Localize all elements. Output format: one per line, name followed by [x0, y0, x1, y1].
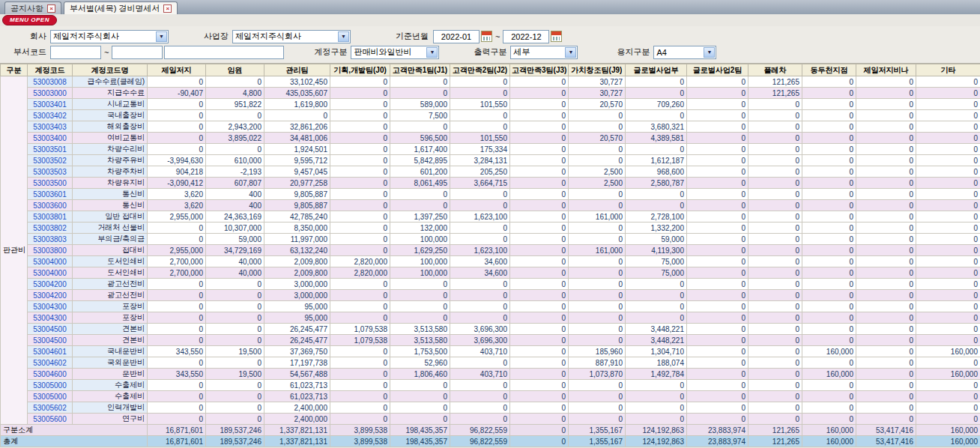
dept-to-input[interactable]: [112, 46, 163, 59]
account-code-link[interactable]: 53004200: [28, 290, 73, 301]
column-header[interactable]: 제일저지: [148, 64, 206, 76]
table-row[interactable]: 53004000도서인쇄비2,700,00040,0002,009,8002,8…: [1, 256, 980, 267]
amount-cell: 34,600: [450, 267, 510, 279]
account-code-link[interactable]: 53005000: [28, 380, 73, 391]
table-row[interactable]: 53003000지급수수료-90,4074,800435,035,6070000…: [1, 88, 980, 99]
table-row[interactable]: 53004601국내운반비343,55019,50037,369,75001,7…: [1, 346, 980, 357]
account-code-link[interactable]: 53004300: [28, 312, 73, 324]
table-row[interactable]: 53003400여비교통비03,895,02234,481,0060596,50…: [1, 133, 980, 144]
account-code-link[interactable]: 53003500: [28, 178, 73, 189]
account-code-link[interactable]: 53005602: [28, 402, 73, 414]
table-row[interactable]: 53003802거래처 선물비010,307,0008,350,0000132,…: [1, 223, 980, 234]
table-row[interactable]: 53003403해외출장비02,943,20032,861,206000003,…: [1, 121, 980, 133]
table-row[interactable]: 53005000수출제비0061,023,71300000000000: [1, 380, 980, 391]
table-row[interactable]: 53004300포장비0095,00000000000000: [1, 312, 980, 324]
dept-name-display[interactable]: [164, 46, 284, 59]
column-header[interactable]: 가치창조팀(J9): [569, 64, 626, 76]
table-row[interactable]: 53004500견본비0026,245,4771,079,5383,513,58…: [1, 324, 980, 335]
table-row[interactable]: 53003501차량수리비001,924,50101,617,400175,33…: [1, 144, 980, 155]
company-select[interactable]: 제일저지주식회사 ▼: [50, 30, 169, 43]
column-header[interactable]: 고객만족2팀(J2): [450, 64, 510, 76]
tab-close-icon[interactable]: ×: [163, 4, 172, 13]
account-code-link[interactable]: 53003800: [28, 245, 73, 256]
account-code-link[interactable]: 53004000: [28, 267, 73, 279]
amount-cell: 33,102,450: [264, 76, 330, 88]
table-row[interactable]: 53003402국내출장비00007,500000000000: [1, 110, 980, 121]
table-row[interactable]: 53005000수출제비0061,023,71300000000000: [1, 391, 980, 402]
tab-notice[interactable]: 공지사항 ×: [4, 1, 61, 14]
table-row[interactable]: 판관비53003008급수수료(클레임)0033,102,450000030,7…: [1, 76, 980, 88]
table-row[interactable]: 53003803부의금/축의금059,00011,997,0000100,000…: [1, 234, 980, 245]
account-code-link[interactable]: 53004600: [28, 369, 73, 380]
table-row[interactable]: 53005600연구비002,400,00000000000000: [1, 414, 980, 425]
paper-type-select[interactable]: A4 ▼: [653, 46, 716, 59]
table-row[interactable]: 53003601통신비3,6204009,805,88700000000000: [1, 189, 980, 200]
site-select[interactable]: 제일저지주식회사 ▼: [232, 30, 351, 43]
table-row[interactable]: 53004500견본비0026,245,4771,079,5383,513,58…: [1, 335, 980, 346]
table-row[interactable]: 53004600운반비343,55019,50054,567,48801,806…: [1, 369, 980, 380]
account-code-link[interactable]: 53004601: [28, 346, 73, 357]
account-code-link[interactable]: 53003008: [28, 76, 73, 88]
calendar-icon[interactable]: [481, 31, 492, 42]
column-header[interactable]: 임원: [206, 64, 264, 76]
column-header[interactable]: 계정코드: [28, 64, 73, 76]
column-header[interactable]: 글로벌사업부: [626, 64, 687, 76]
dept-from-input[interactable]: [50, 46, 101, 59]
tab-expense-report[interactable]: 부서별(세목) 경비명세서 ×: [64, 1, 178, 14]
column-header[interactable]: 고객만족3팀(J3): [510, 64, 569, 76]
column-header[interactable]: 구분: [1, 64, 28, 76]
table-row[interactable]: 53004000도서인쇄비2,700,00040,0002,009,8002,8…: [1, 267, 980, 279]
account-code-link[interactable]: 53005600: [28, 414, 73, 425]
table-row[interactable]: 53003801일반 접대비2,955,00024,363,16942,785,…: [1, 211, 980, 223]
account-type-select[interactable]: 판매비와일반비 ▼: [351, 46, 439, 59]
column-header[interactable]: 계정코드명: [73, 64, 148, 76]
period-from-input[interactable]: [433, 30, 480, 43]
table-row[interactable]: 53003503차량주차비904,218-2,1939,457,0450601,…: [1, 166, 980, 178]
column-header[interactable]: 글로벌사업2팀: [687, 64, 748, 76]
column-header[interactable]: 고객만족1팀(J1): [390, 64, 450, 76]
account-code-link[interactable]: 53003502: [28, 155, 73, 166]
account-code-link[interactable]: 53004200: [28, 279, 73, 290]
table-row[interactable]: 53003800접대비2,955,00034,729,16963,132,240…: [1, 245, 980, 256]
account-code-link[interactable]: 53004602: [28, 357, 73, 369]
calendar-icon[interactable]: [551, 31, 562, 42]
account-code-link[interactable]: 53003000: [28, 88, 73, 99]
account-code-link[interactable]: 53003503: [28, 166, 73, 178]
column-header[interactable]: 기타: [916, 64, 980, 76]
period-to-input[interactable]: [503, 30, 549, 43]
table-row[interactable]: 53004200광고선전비003,000,00000000000000: [1, 279, 980, 290]
account-code-link[interactable]: 53003601: [28, 189, 73, 200]
account-code-link[interactable]: 53004300: [28, 301, 73, 312]
account-code-link[interactable]: 53003402: [28, 110, 73, 121]
amount-cell: 0: [330, 223, 390, 234]
account-code-link[interactable]: 53003401: [28, 99, 73, 110]
account-code-link[interactable]: 53004500: [28, 324, 73, 335]
account-code-link[interactable]: 53004000: [28, 256, 73, 267]
table-row[interactable]: 53003401시내교통비0951,8221,619,8000589,00010…: [1, 99, 980, 110]
menu-open-button[interactable]: MENU OPEN: [2, 15, 57, 25]
table-row[interactable]: 53003502차량주유비-3,994,630610,0009,595,7120…: [1, 155, 980, 166]
output-type-select[interactable]: 세부 ▼: [510, 46, 578, 59]
account-code-link[interactable]: 53003801: [28, 211, 73, 223]
table-row[interactable]: 53003500차량유지비-3,090,412607,80720,977,258…: [1, 178, 980, 189]
table-row[interactable]: 53005602인력개발비002,400,00000000000000: [1, 402, 980, 414]
column-header[interactable]: 기획,개발팀(J0): [330, 64, 390, 76]
table-row[interactable]: 53004200광고선전비003,000,00000000000000: [1, 290, 980, 301]
account-code-link[interactable]: 53004500: [28, 335, 73, 346]
column-header[interactable]: 동두천지점: [802, 64, 856, 76]
column-header[interactable]: 제일저지비나: [856, 64, 916, 76]
tab-close-icon[interactable]: ×: [47, 4, 55, 13]
table-row[interactable]: 53003600통신비3,6204009,805,88700000000000: [1, 200, 980, 211]
column-header[interactable]: 관리팀: [264, 64, 330, 76]
account-code-link[interactable]: 53005000: [28, 391, 73, 402]
account-code-link[interactable]: 53003403: [28, 121, 73, 133]
table-row[interactable]: 53004300포장비0095,00000000000000: [1, 301, 980, 312]
account-code-link[interactable]: 53003501: [28, 144, 73, 155]
account-code-link[interactable]: 53003600: [28, 200, 73, 211]
table-row[interactable]: 53004602국외운반비0017,197,738052,96000887,91…: [1, 357, 980, 369]
amount-cell: 3,620: [148, 200, 206, 211]
column-header[interactable]: 플레차: [748, 64, 802, 76]
account-code-link[interactable]: 53003400: [28, 133, 73, 144]
account-code-link[interactable]: 53003803: [28, 234, 73, 245]
account-code-link[interactable]: 53003802: [28, 223, 73, 234]
